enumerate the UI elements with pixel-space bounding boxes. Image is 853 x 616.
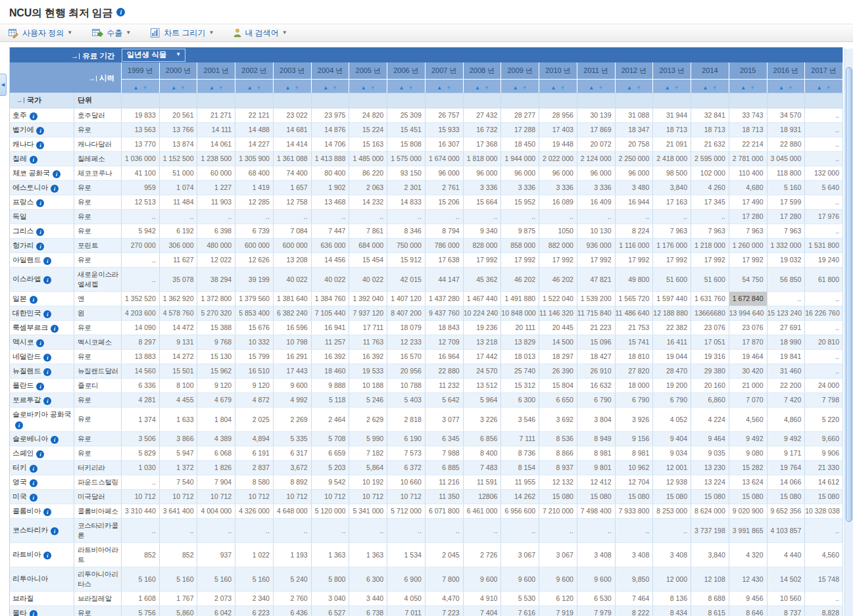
- value-cell[interactable]: 17 711: [349, 320, 387, 335]
- value-cell[interactable]: ..: [273, 518, 311, 542]
- value-cell[interactable]: 31 944: [653, 108, 691, 122]
- value-cell[interactable]: 10 712: [349, 489, 387, 504]
- value-cell[interactable]: 3 866: [159, 431, 197, 446]
- info-icon[interactable]: i: [51, 436, 59, 444]
- value-cell[interactable]: 7 979: [577, 605, 615, 616]
- value-cell[interactable]: 23 022: [273, 108, 311, 122]
- value-cell[interactable]: 7 963: [691, 224, 729, 238]
- value-cell[interactable]: 6 739: [235, 224, 274, 238]
- value-cell[interactable]: 1 672 840: [729, 291, 767, 306]
- value-cell[interactable]: 19 833: [122, 108, 160, 122]
- value-cell[interactable]: 13 218: [463, 335, 501, 349]
- value-cell[interactable]: 16 732: [463, 122, 501, 137]
- customize-menu-button[interactable]: 사용자 정의▼: [9, 28, 72, 39]
- value-cell[interactable]: 5 800: [311, 567, 349, 591]
- value-cell[interactable]: 7 798: [805, 392, 843, 407]
- value-cell[interactable]: 18 990: [767, 335, 805, 349]
- value-cell[interactable]: 5 220: [805, 407, 843, 431]
- sort-ascending-icon[interactable]: ▲: [361, 85, 366, 91]
- value-cell[interactable]: 26 390: [539, 364, 577, 378]
- value-cell[interactable]: 5 530: [501, 591, 539, 605]
- value-cell[interactable]: 5 160: [122, 567, 160, 591]
- title-info-icon[interactable]: i: [116, 8, 125, 16]
- value-cell[interactable]: 17 442: [463, 349, 501, 364]
- value-cell[interactable]: 12 430: [729, 567, 767, 591]
- value-cell[interactable]: 6 856: [463, 431, 501, 446]
- value-cell[interactable]: ..: [805, 224, 843, 238]
- value-cell[interactable]: 118 800: [767, 166, 805, 180]
- value-cell[interactable]: ..: [805, 108, 843, 122]
- sort-ascending-icon[interactable]: ▲: [133, 85, 138, 91]
- value-cell[interactable]: 13 230: [691, 460, 729, 475]
- value-cell[interactable]: 3 067: [501, 542, 539, 567]
- sort-descending-icon[interactable]: ▼: [826, 85, 831, 91]
- collapse-panel-handle[interactable]: ◀: [0, 74, 7, 96]
- value-cell[interactable]: 10 712: [311, 489, 349, 504]
- value-cell[interactable]: 6,860: [691, 392, 729, 407]
- value-cell[interactable]: 21 091: [653, 137, 691, 151]
- value-cell[interactable]: 14 456: [311, 252, 349, 267]
- year-column-header[interactable]: 2004 년: [311, 62, 349, 79]
- value-cell[interactable]: 1 437 280: [425, 291, 463, 306]
- value-cell[interactable]: 4 992: [273, 392, 311, 407]
- value-cell[interactable]: ..: [387, 518, 426, 542]
- info-icon[interactable]: i: [36, 127, 44, 135]
- value-cell[interactable]: 11 350: [425, 489, 463, 504]
- value-cell[interactable]: 15 388: [197, 320, 235, 335]
- value-cell[interactable]: 3,672: [273, 460, 311, 475]
- sort-ascending-icon[interactable]: ▲: [627, 85, 632, 91]
- value-cell[interactable]: 18 460: [311, 364, 349, 378]
- value-cell[interactable]: 41 100: [122, 166, 160, 180]
- value-cell[interactable]: 9 801: [577, 460, 615, 475]
- value-cell[interactable]: 8 346: [387, 224, 426, 238]
- year-column-header[interactable]: 2010 년: [539, 62, 577, 79]
- sort-ascending-icon[interactable]: ▲: [323, 85, 328, 91]
- value-cell[interactable]: 4 320: [729, 542, 767, 567]
- year-column-header[interactable]: 2005 년: [349, 62, 387, 79]
- value-cell[interactable]: 1 238 500: [197, 151, 235, 166]
- value-cell[interactable]: ..: [805, 349, 843, 364]
- value-cell[interactable]: 10 962: [615, 460, 653, 475]
- value-cell[interactable]: 17 638: [425, 252, 463, 267]
- info-icon[interactable]: i: [43, 397, 51, 405]
- value-cell[interactable]: 4,894: [235, 431, 274, 446]
- value-cell[interactable]: 51 000: [159, 166, 197, 180]
- value-cell[interactable]: 8 737: [767, 605, 805, 616]
- value-cell[interactable]: 18 297: [539, 349, 577, 364]
- value-cell[interactable]: 5 853 400: [235, 306, 274, 320]
- value-cell[interactable]: 15 748: [805, 567, 843, 591]
- sort-ascending-icon[interactable]: ▲: [513, 85, 518, 91]
- sort-descending-icon[interactable]: ▼: [712, 85, 717, 91]
- value-cell[interactable]: ..: [463, 518, 501, 542]
- value-cell[interactable]: 6 527: [311, 605, 349, 616]
- value-cell[interactable]: 13 563: [122, 122, 160, 137]
- value-cell[interactable]: 1 218 000: [691, 238, 729, 252]
- value-cell[interactable]: 1 534: [387, 542, 426, 567]
- info-icon[interactable]: i: [43, 276, 51, 284]
- value-cell[interactable]: 19 841: [767, 349, 805, 364]
- value-cell[interactable]: 3 336: [463, 180, 501, 195]
- value-cell[interactable]: 25 309: [387, 108, 426, 122]
- value-cell[interactable]: 1 631 760: [691, 291, 729, 306]
- value-cell[interactable]: 600 000: [273, 238, 311, 252]
- value-cell[interactable]: 7 937 120: [349, 306, 387, 320]
- value-cell[interactable]: 12 704: [615, 475, 653, 489]
- year-column-header[interactable]: 2016 년: [767, 62, 805, 79]
- value-cell[interactable]: 15 080: [653, 489, 691, 504]
- value-cell[interactable]: 22 200: [767, 378, 805, 392]
- sort-descending-icon[interactable]: ▼: [370, 85, 376, 91]
- value-cell[interactable]: 8 154: [501, 460, 539, 475]
- value-cell[interactable]: 13 874: [159, 137, 197, 151]
- value-cell[interactable]: 19 044: [653, 349, 691, 364]
- value-cell[interactable]: 10 712: [235, 489, 274, 504]
- value-cell[interactable]: 4 224: [691, 407, 729, 431]
- value-cell[interactable]: 20 758: [615, 137, 653, 151]
- value-cell[interactable]: 9 875: [501, 224, 539, 238]
- value-cell[interactable]: 15 799: [235, 349, 274, 364]
- value-cell[interactable]: 12 285: [235, 195, 274, 209]
- info-icon[interactable]: i: [36, 228, 44, 236]
- value-cell[interactable]: 17 443: [273, 364, 311, 378]
- value-cell[interactable]: 5 246: [349, 392, 387, 407]
- value-cell[interactable]: 2 781 000: [729, 151, 767, 166]
- scrollbar-thumb[interactable]: [846, 67, 852, 522]
